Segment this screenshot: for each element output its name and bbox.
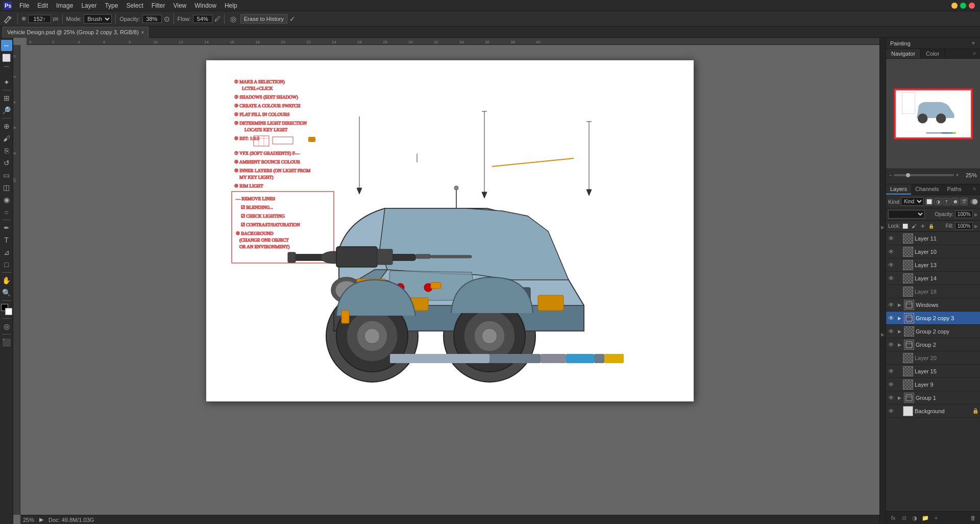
layer-expand-arrow[interactable]: ▶ [896,394,902,401]
gradient-tool[interactable]: ◫ [1,182,12,193]
layer-expand-arrow[interactable]: ▶ [896,341,902,348]
healing-brush-tool[interactable]: ⊕ [1,121,12,132]
workspace-selector[interactable]: Painting ▼ [886,38,980,49]
zoom-out-icon[interactable]: − [889,173,892,178]
canvas-area[interactable]: 0 2 4 6 8 10 12 14 16 18 20 22 24 26 28 … [13,38,879,524]
layer-visibility-toggle[interactable]: 👁 [888,235,895,242]
opacity-input[interactable] [142,15,162,23]
zoom-slider[interactable] [894,174,953,176]
document-tab[interactable]: Vehicle Design.psd @ 25% (Group 2 copy 3… [3,27,149,38]
layer-visibility-toggle[interactable]: 👁 [888,368,895,375]
layer-visibility-toggle[interactable]: 👁 [888,381,895,388]
panel-options-icon[interactable]: ≡ [969,49,980,58]
layer-expand-arrow[interactable]: ▶ [896,328,902,335]
filter-select[interactable]: Kind [901,197,924,206]
layer-visibility-toggle[interactable]: 👁 [888,408,895,415]
pen-tool[interactable]: ✒ [1,222,12,233]
layer-visibility-toggle[interactable] [888,288,895,295]
layer-visibility-toggle[interactable]: 👁 [888,301,895,308]
layer-row[interactable]: 👁 Layer 11 [886,232,980,245]
tab-channels[interactable]: Channels [911,184,943,195]
lock-position-btn[interactable]: ✛ [919,223,926,230]
layer-visibility-toggle[interactable]: 👁 [888,261,895,269]
tab-paths[interactable]: Paths [943,184,966,195]
layer-visibility-toggle[interactable]: 👁 [888,315,895,322]
layer-expand-arrow[interactable]: ▶ [896,301,902,308]
layer-row[interactable]: 👁 Layer 10 [886,245,980,258]
hand-tool[interactable]: ✋ [1,275,12,286]
layer-row[interactable]: 👁 ▶ Group 2 [886,338,980,351]
filter-toggle[interactable] [970,199,978,205]
layer-row[interactable]: Layer 18 [886,285,980,298]
zoom-tool[interactable]: 🔍 [1,287,12,298]
mode-select[interactable]: Brush [84,14,112,23]
layers-options-icon[interactable]: ≡ [969,184,980,195]
quick-mask-tool[interactable]: ◎ [1,321,12,332]
menu-help[interactable]: Help [220,0,241,11]
add-group-btn[interactable]: 📁 [921,513,930,522]
flow-input[interactable] [193,15,212,23]
layer-row[interactable]: 👁 Layer 13 [886,258,980,272]
filter-smart-icon[interactable]: 🎬 [960,198,968,205]
close-btn[interactable] [969,3,975,9]
screen-mode-tool[interactable]: ⬛ [1,337,12,348]
menu-edit[interactable]: Edit [33,0,52,11]
add-mask-btn[interactable]: ⊙ [899,513,909,522]
layer-row[interactable]: 👁 Background 🔒 [886,404,980,418]
menu-image[interactable]: Image [52,0,77,11]
lock-image-btn[interactable]: 🖌 [911,223,918,230]
tab-close-btn[interactable]: × [141,30,144,35]
background-color[interactable] [5,308,12,315]
blur-tool[interactable]: ◉ [1,194,12,205]
layer-row[interactable]: 👁 Layer 15 [886,365,980,378]
add-adjustment-btn[interactable]: ◑ [910,513,919,522]
fill-value-input[interactable] [955,222,973,230]
layer-row[interactable]: 👁 ▶ Group 2 copy [886,325,980,338]
right-collapse-strip[interactable]: ▶ ▶ [879,38,886,524]
eyedropper-tool[interactable]: 🔎 [1,105,12,116]
maximize-btn[interactable] [960,3,966,9]
crop-tool[interactable]: ⊞ [1,92,12,104]
move-tool[interactable]: ↔ [1,40,12,51]
menu-layer[interactable]: Layer [77,0,101,11]
stamp-tool[interactable]: ⎘ [1,145,12,156]
menu-select[interactable]: Select [122,0,147,11]
filter-pixel-icon[interactable]: ⬜ [925,198,933,205]
layer-fx-btn[interactable]: fx [889,513,898,522]
opacity-value-input[interactable] [955,210,973,218]
quick-select-tool[interactable]: ✦ [1,77,12,88]
menu-filter[interactable]: Filter [148,0,169,11]
layer-visibility-toggle[interactable]: 👁 [888,248,895,255]
layer-visibility-toggle[interactable]: 👁 [888,341,895,348]
menu-window[interactable]: Window [190,0,220,11]
airbrush-icon[interactable]: ◎ [228,14,238,24]
filter-type-icon[interactable]: T [943,198,950,205]
add-layer-btn[interactable]: + [932,513,941,522]
dodge-tool[interactable]: ○ [1,206,12,218]
brush-tool[interactable]: 🖌 [1,133,12,144]
menu-view[interactable]: View [169,0,190,11]
canvas-content[interactable]: ① MAKE A SELECTION) LCTRL+CLICK ② SHADOW… [20,45,879,515]
brush-size-input[interactable] [28,15,51,23]
foreground-background-colors[interactable] [1,304,12,315]
zoom-slider-thumb[interactable] [906,173,910,177]
lock-all-btn[interactable]: 🔒 [928,223,935,230]
filter-adjust-icon[interactable]: ◑ [934,198,942,205]
blend-mode-select[interactable]: Normal [888,210,925,219]
type-tool[interactable]: T [1,234,12,246]
layer-row[interactable]: 👁 ▶ Group 2 copy 3 [886,312,980,325]
menu-type[interactable]: Type [101,0,122,11]
delete-layer-btn[interactable]: 🗑 [968,513,977,522]
layer-row[interactable]: Layer 20 [886,351,980,365]
path-select-tool[interactable]: ⊿ [1,247,12,258]
history-brush-tool[interactable]: ↺ [1,157,12,169]
layer-row[interactable]: 👁 Layer 9 [886,378,980,391]
shape-tool[interactable]: □ [1,259,12,270]
tab-color[interactable]: Color [921,49,945,58]
status-expand-btn[interactable]: ▶ [39,516,43,523]
brush-tool-icon[interactable] [3,13,14,25]
minimize-btn[interactable] [951,3,958,9]
erase-history-btn[interactable]: Erase to History [240,14,287,23]
rectangular-marquee-tool[interactable]: ⬜ [1,52,12,63]
layer-visibility-toggle[interactable] [888,354,895,362]
